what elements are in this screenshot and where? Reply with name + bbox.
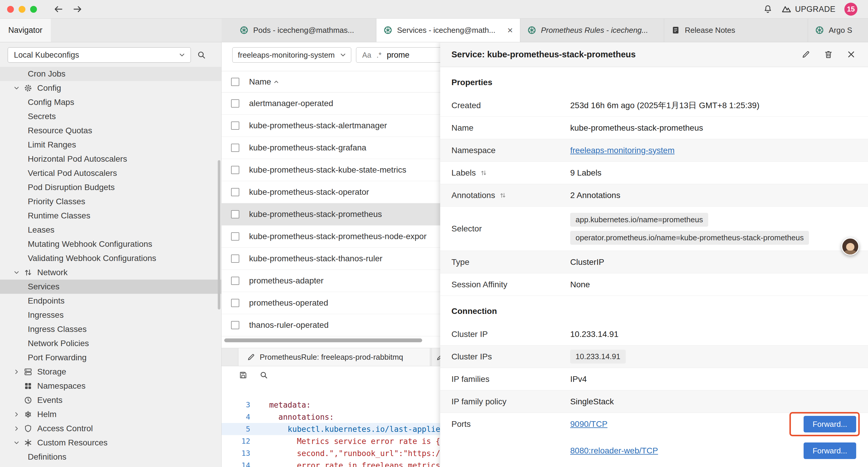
tab-label: Prometheus Rules - icecheng... (541, 26, 657, 35)
window-controls (0, 6, 37, 13)
close-window-button[interactable] (7, 6, 14, 13)
sidebar-item[interactable]: Events (0, 393, 221, 407)
sidebar-item-icon (24, 438, 32, 447)
sidebar-item[interactable]: Secrets (0, 109, 221, 123)
sidebar-item-icon (24, 410, 32, 419)
horizontal-scrollbar[interactable] (224, 339, 422, 342)
row-checkbox[interactable] (231, 232, 239, 241)
port-link[interactable]: 8080:reloader-web/TCP (570, 446, 658, 456)
chevron-icon (13, 439, 20, 446)
row-checkbox[interactable] (231, 299, 239, 307)
match-case-toggle[interactable]: Aa (362, 51, 371, 59)
sidebar-item[interactable]: Network (0, 265, 221, 280)
close-icon[interactable] (846, 49, 856, 59)
sidebar-item[interactable]: Config Maps (0, 95, 221, 109)
navigator-header: Navigator (0, 18, 222, 42)
sidebar-item[interactable]: Priority Classes (0, 195, 221, 209)
sidebar-item-label: Limit Ranges (28, 140, 76, 150)
namespace-link[interactable]: freeleaps-monitoring-system (570, 146, 675, 155)
tab-close-icon[interactable]: × (507, 25, 513, 36)
select-all-checkbox[interactable] (231, 78, 239, 86)
sidebar-item[interactable]: Network Policies (0, 337, 221, 351)
sidebar-item[interactable]: Ingress Classes (0, 322, 221, 337)
sidebar-item[interactable]: Pod Disruption Budgets (0, 180, 221, 195)
sidebar-item[interactable]: Port Forwarding (0, 351, 221, 365)
sidebar-item[interactable]: Cron Jobs (0, 67, 221, 81)
sidebar-search-icon[interactable] (197, 50, 206, 60)
sidebar-item[interactable]: Services (0, 280, 221, 294)
sidebar-item-label: Access Control (37, 424, 93, 433)
maximize-window-button[interactable] (30, 6, 37, 13)
sidebar-item-label: Runtime Classes (28, 211, 90, 221)
regex-toggle[interactable]: .* (377, 51, 382, 59)
sidebar-item[interactable]: Validating Webhook Configurations (0, 251, 221, 265)
row-checkbox[interactable] (231, 121, 239, 130)
kubeconfig-select[interactable]: Local Kubeconfigs (8, 47, 191, 63)
upgrade-button[interactable]: UPGRADE (781, 4, 836, 14)
row-checkbox[interactable] (231, 99, 239, 108)
save-icon[interactable] (239, 371, 248, 380)
forward-button[interactable]: Forward... (804, 416, 856, 432)
row-checkbox[interactable] (231, 210, 239, 218)
notification-count-badge[interactable]: 15 (844, 3, 857, 16)
sidebar-item[interactable]: Custom Resources (0, 436, 221, 450)
drawer-header: Service: kube-prometheus-stack-prometheu… (440, 42, 868, 67)
tab[interactable]: Argo S (808, 18, 868, 42)
sidebar-item[interactable]: Leases (0, 223, 221, 237)
dock-tab-prometheusrule[interactable]: PrometheusRule: freeleaps-prod-rabbitmq (238, 348, 430, 366)
sidebar-item[interactable]: Endpoints (0, 294, 221, 308)
sidebar-item[interactable]: Horizontal Pod Autoscalers (0, 152, 221, 166)
sidebar-item[interactable]: Limit Ranges (0, 138, 221, 152)
sidebar-item[interactable]: Helm (0, 407, 221, 421)
row-checkbox[interactable] (231, 188, 239, 196)
port-line: 9090/TCP Forward... (570, 413, 856, 435)
line-code: annotations: (269, 413, 334, 421)
sidebar-item-label: Network (37, 268, 68, 277)
sidebar-item[interactable]: Storage (0, 365, 221, 379)
tab[interactable]: Pods - icecheng@mathmas... (232, 18, 376, 42)
kubeconfig-select-value: Local Kubeconfigs (14, 51, 79, 60)
edit-icon[interactable] (801, 50, 811, 59)
namespace-select[interactable]: freeleaps-monitoring-system (232, 47, 351, 63)
sort-ascending-icon[interactable] (273, 79, 279, 85)
sidebar-item[interactable]: Vertical Pod Autoscalers (0, 166, 221, 180)
delete-icon[interactable] (824, 50, 833, 59)
selector-chip: app.kubernetes.io/name=prometheus (570, 213, 708, 227)
sidebar-item[interactable]: Namespaces (0, 379, 221, 393)
expand-labels-icon[interactable] (480, 169, 487, 176)
user-avatar[interactable] (841, 238, 859, 255)
property-row-ip-families: IP families IPv4 (440, 368, 868, 390)
sidebar-item[interactable]: Definitions (0, 450, 221, 464)
forward-button[interactable]: Forward... (804, 442, 856, 459)
sidebar-item-label: Namespaces (37, 381, 85, 391)
row-checkbox[interactable] (231, 276, 239, 285)
tab[interactable]: Prometheus Rules - icecheng... (520, 18, 664, 42)
sidebar-item-label: Events (37, 396, 63, 405)
tab[interactable]: Services - icecheng@math... × (376, 18, 520, 42)
minimize-window-button[interactable] (19, 6, 25, 13)
cluster-icon (383, 26, 392, 35)
row-checkbox[interactable] (231, 166, 239, 174)
row-checkbox[interactable] (231, 321, 239, 329)
tab[interactable]: Release Notes (664, 18, 808, 42)
row-checkbox[interactable] (231, 255, 239, 263)
service-name: kube-prometheus-stack-alertmanager (249, 121, 387, 130)
row-checkbox[interactable] (231, 144, 239, 152)
sidebar-item[interactable]: Config (0, 81, 221, 95)
sidebar-item-label: Validating Webhook Configurations (28, 254, 156, 263)
port-link[interactable]: 9090/TCP (570, 419, 608, 429)
sidebar-scrollbar[interactable] (218, 160, 220, 310)
expand-annotations-icon[interactable] (499, 192, 506, 199)
back-icon[interactable] (54, 4, 64, 14)
forward-icon[interactable] (72, 4, 83, 14)
sidebar-item[interactable]: Access Control (0, 421, 221, 436)
name-column-header[interactable]: Name (249, 77, 279, 87)
editor-search-icon[interactable] (259, 371, 268, 380)
sidebar-item[interactable]: Resource Quotas (0, 123, 221, 138)
line-code: metadata: (269, 401, 311, 409)
sidebar-item[interactable]: Ingresses (0, 308, 221, 322)
sidebar-item[interactable]: Runtime Classes (0, 209, 221, 223)
selector-chip: operator.prometheus.io/name=kube-prometh… (570, 231, 809, 245)
notifications-bell-icon[interactable] (763, 4, 773, 14)
sidebar-item[interactable]: Mutating Webhook Configurations (0, 237, 221, 251)
